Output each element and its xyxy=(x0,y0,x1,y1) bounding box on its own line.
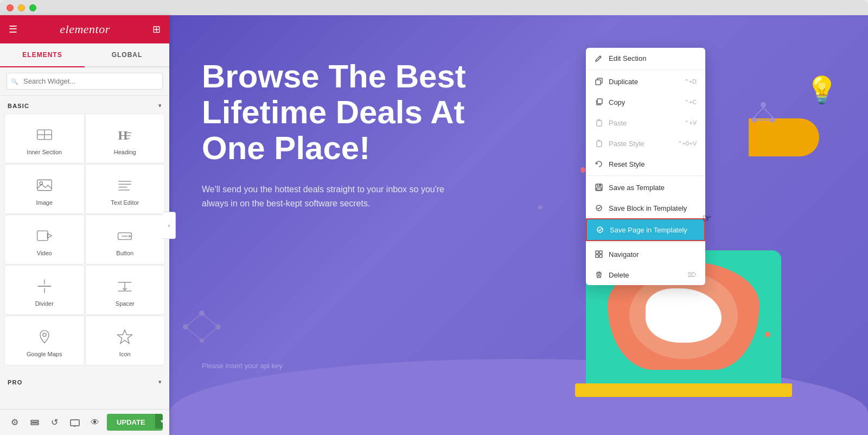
svg-line-33 xyxy=(763,108,773,117)
context-menu-duplicate[interactable]: Duplicate ⌃+D xyxy=(586,71,705,92)
context-menu-save-page-templately[interactable]: Save Page in Templately xyxy=(586,218,705,241)
svg-point-29 xyxy=(761,102,766,108)
paste-style-label: Paste Style xyxy=(609,140,672,148)
svg-rect-44 xyxy=(596,80,601,85)
paste-icon xyxy=(595,118,603,127)
svg-rect-25 xyxy=(31,420,39,422)
svg-point-23 xyxy=(43,333,46,336)
menu-divider-1 xyxy=(586,70,705,70)
basic-section-header[interactable]: BASIC ▾ xyxy=(0,96,169,114)
hero-title: Browse The Best Lifetime Deals At One Pl… xyxy=(202,59,527,166)
widget-text-editor[interactable]: Text Editor xyxy=(85,164,165,214)
deco-dot-pink xyxy=(580,167,586,173)
widget-button[interactable]: Button xyxy=(85,215,165,264)
widget-video[interactable]: Video xyxy=(4,215,85,264)
widget-inner-section[interactable]: Inner Section xyxy=(4,114,85,163)
svg-rect-49 xyxy=(599,184,601,186)
svg-rect-47 xyxy=(597,141,602,147)
hero-content: Browse The Best Lifetime Deals At One Pl… xyxy=(202,59,527,210)
minimize-button[interactable] xyxy=(18,4,25,11)
reset-style-label: Reset Style xyxy=(609,160,697,168)
maximize-button[interactable] xyxy=(29,4,36,11)
panel-collapse-button[interactable]: ‹ xyxy=(163,212,176,239)
google-maps-icon xyxy=(35,327,54,346)
preview-icon[interactable]: 👁 xyxy=(87,414,103,431)
svg-rect-26 xyxy=(31,423,39,425)
update-label: UPDATE xyxy=(107,414,155,431)
context-menu-save-template[interactable]: Save as Template xyxy=(586,177,705,198)
svg-rect-55 xyxy=(596,255,598,257)
search-wrapper xyxy=(7,73,163,90)
widget-divider[interactable]: Divider xyxy=(4,265,85,315)
context-menu-edit-section[interactable]: Edit Section xyxy=(586,48,705,68)
context-menu-navigator[interactable]: Navigator xyxy=(586,244,705,264)
copy-label: Copy xyxy=(609,98,679,106)
tab-elements[interactable]: ELEMENTS xyxy=(0,43,85,66)
deco-network-icon xyxy=(749,99,778,131)
svg-rect-54 xyxy=(599,251,602,254)
grid-icon[interactable]: ⊞ xyxy=(152,23,161,35)
hero-subtitle: We'll send you the hottest deals straigh… xyxy=(202,182,473,210)
search-input[interactable] xyxy=(7,73,163,90)
heading-icon: H xyxy=(115,125,135,144)
left-panel: ☰ elementor ⊞ ELEMENTS GLOBAL BASIC ▾ xyxy=(0,15,169,435)
widget-text-editor-label: Text Editor xyxy=(111,199,139,206)
basic-chevron-icon: ▾ xyxy=(158,102,162,109)
svg-line-32 xyxy=(754,108,763,117)
deco-bottom-network xyxy=(180,308,224,348)
history-icon[interactable]: ↺ xyxy=(47,414,62,431)
context-menu-reset-style[interactable]: Reset Style xyxy=(586,154,705,174)
context-menu-copy[interactable]: Copy ⌃+C xyxy=(586,92,705,112)
context-menu-save-block-templately[interactable]: Save Block in Templately xyxy=(586,198,705,218)
paste-style-shortcut: ⌃+0+V xyxy=(678,140,697,147)
widget-icon[interactable]: Icon xyxy=(85,316,165,365)
content-area: 💡 xyxy=(169,15,868,435)
pencil-icon xyxy=(595,54,603,62)
spacer-icon xyxy=(115,276,135,296)
hero-background: 💡 xyxy=(169,15,868,435)
widget-inner-section-label: Inner Section xyxy=(27,149,62,155)
pro-chevron-icon: ▾ xyxy=(158,379,162,386)
context-menu-delete[interactable]: Delete ⌦ xyxy=(586,264,705,285)
elementor-header: ☰ elementor ⊞ xyxy=(0,15,169,43)
widget-spacer[interactable]: Spacer xyxy=(85,265,165,315)
hamburger-icon[interactable]: ☰ xyxy=(9,23,17,35)
divider-icon xyxy=(35,276,54,296)
widget-spacer-label: Spacer xyxy=(116,300,135,307)
icon-widget-icon xyxy=(115,327,135,346)
update-button[interactable]: UPDATE ▾ xyxy=(107,414,163,431)
svg-rect-50 xyxy=(597,188,601,190)
pro-section-header[interactable]: PRO ▾ xyxy=(0,372,169,390)
widget-icon-label: Icon xyxy=(119,351,131,357)
widget-image[interactable]: Image xyxy=(4,164,85,214)
elementor-logo: elementor xyxy=(60,22,110,36)
save-template-icon xyxy=(595,183,603,192)
context-menu: Edit Section Duplicate ⌃+D xyxy=(586,48,705,285)
save-block-templately-label: Save Block in Templately xyxy=(609,204,697,212)
layers-icon[interactable] xyxy=(27,414,42,431)
widget-google-maps[interactable]: Google Maps xyxy=(4,316,85,365)
svg-rect-7 xyxy=(37,180,52,191)
deco-lightbulb-icon: 💡 xyxy=(806,75,838,105)
deco-dot-orange xyxy=(765,332,770,337)
tab-global[interactable]: GLOBAL xyxy=(85,43,169,66)
trash-icon xyxy=(595,270,603,279)
save-template-label: Save as Template xyxy=(609,184,697,192)
svg-line-40 xyxy=(202,313,218,327)
navigator-label: Navigator xyxy=(609,250,697,259)
svg-rect-27 xyxy=(71,420,79,426)
app-container: ☰ elementor ⊞ ELEMENTS GLOBAL BASIC ▾ xyxy=(0,15,868,435)
widget-heading[interactable]: H Heading xyxy=(85,114,165,163)
close-button[interactable] xyxy=(7,4,14,11)
settings-icon[interactable]: ⚙ xyxy=(7,414,22,431)
api-key-hint: Please insert your api key xyxy=(202,362,283,370)
context-menu-paste: Paste ⌃+V xyxy=(586,112,705,133)
context-menu-paste-style: Paste Style ⌃+0+V xyxy=(586,133,705,154)
reset-icon xyxy=(595,160,603,168)
responsive-icon[interactable] xyxy=(67,414,82,431)
copy-icon xyxy=(595,98,603,106)
templately-block-icon xyxy=(595,204,603,212)
paste-label: Paste xyxy=(609,119,679,127)
deco-dot-purple xyxy=(538,205,542,210)
widget-image-label: Image xyxy=(36,199,53,206)
